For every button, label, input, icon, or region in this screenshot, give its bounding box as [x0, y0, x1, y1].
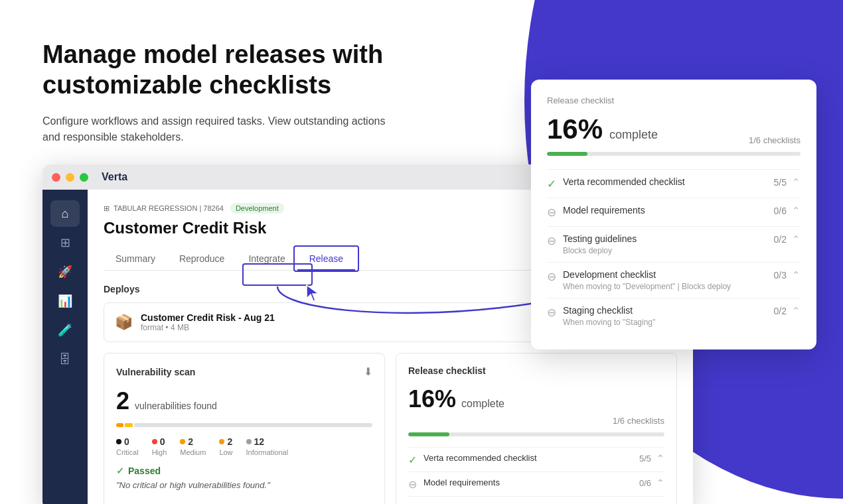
table-icon: ⊞ — [104, 204, 110, 213]
model-type-badge: ⊞ TABULAR REGRESSION | 78264 — [104, 204, 224, 213]
popup-item-testing[interactable]: ⊖ Testing guidelines Blocks deploy 0/2 ⌃ — [547, 226, 801, 262]
popup-item-score: 5/5 — [774, 177, 787, 188]
popup-expand-icon[interactable]: ⌃ — [792, 205, 801, 217]
check-incomplete-icon: ⊖ — [408, 478, 417, 491]
stat-critical: 0 Critical — [116, 436, 139, 456]
medium-dot — [180, 439, 185, 444]
popup-item-name: Development checklist — [563, 269, 731, 280]
checklist-score: 5/5 — [639, 454, 651, 464]
home-icon: ⌂ — [62, 207, 69, 221]
tab-reproduce[interactable]: Reproduce — [167, 248, 237, 271]
popup-percent: 16% complete — [547, 113, 658, 145]
popup-item-score: 0/2 — [774, 306, 787, 316]
tab-release[interactable]: Release — [297, 248, 355, 271]
critical-label: Critical — [116, 448, 139, 456]
maximize-button[interactable] — [80, 173, 88, 182]
popup-expand-icon[interactable]: ⌃ — [792, 269, 801, 281]
tab-summary[interactable]: Summary — [104, 248, 167, 271]
hero-title: Manage model releases with customizable … — [42, 40, 388, 100]
info-dot — [246, 439, 252, 444]
low-label: Low — [219, 448, 232, 456]
vuln-bar — [116, 423, 372, 427]
popup-item-requirements[interactable]: ⊖ Model requirements 0/6 ⌃ — [547, 198, 801, 226]
sidebar-item-deploy[interactable]: 🚀 — [50, 259, 80, 285]
popup-check-incomplete-icon: ⊖ — [547, 234, 556, 248]
popup-progress-bar — [547, 152, 801, 156]
popup-percent-value: 16% — [547, 113, 603, 145]
popup-check-complete-icon: ✓ — [547, 177, 556, 191]
popup-checklist-card: Release checklist 16% complete 1/6 check… — [531, 80, 816, 349]
checklist-complete-label: complete — [461, 398, 504, 410]
critical-value: 0 — [124, 436, 129, 447]
popup-title: Release checklist — [547, 95, 801, 105]
sidebar-item-experiments[interactable]: 🧪 — [50, 317, 80, 344]
sidebar-item-models[interactable]: ⊞ — [50, 229, 80, 256]
high-value: 0 — [160, 436, 165, 447]
popup-item-sub: When moving to "Development" | Blocks de… — [563, 282, 731, 291]
tab-integrate[interactable]: Integrate — [236, 248, 297, 271]
app-logo: Verta — [102, 171, 127, 183]
popup-progress-fill — [547, 152, 587, 156]
info-value: 12 — [254, 436, 265, 447]
vuln-title: Vulnerability scan — [116, 367, 195, 377]
vuln-download-icon[interactable]: ⬇ — [364, 365, 372, 378]
checklist-item-name: Verta recommended checklist — [423, 453, 537, 463]
checklist-percent-value: 16% — [408, 385, 456, 413]
vuln-stats: 0 Critical 0 High — [116, 436, 372, 456]
checklist-item-verta[interactable]: ✓ Verta recommended checklist 5/5 ⌃ — [408, 447, 664, 472]
checklist-title: Release checklist — [408, 365, 486, 376]
checklist-percent: 16% complete — [408, 385, 664, 413]
low-bar — [125, 423, 132, 427]
popup-item-name: Model requirements — [563, 205, 645, 216]
popup-item-score: 0/2 — [774, 234, 787, 245]
popup-expand-icon[interactable]: ⌃ — [792, 233, 801, 245]
passed-badge: ✓ Passed — [116, 466, 372, 476]
info-label: Informational — [246, 448, 289, 456]
medium-label: Medium — [180, 448, 206, 456]
checklist-card: Release checklist 16% complete 1/6 check… — [396, 353, 677, 504]
popup-complete-label: complete — [609, 128, 658, 142]
popup-item-verta[interactable]: ✓ Verta recommended checklist 5/5 ⌃ — [547, 169, 801, 198]
checklist-item-name: Model requirements — [423, 477, 500, 487]
deploy-info: 📦 Customer Credit Risk - Aug 21 format •… — [115, 312, 275, 332]
vuln-count: 2 vulnerabilities found — [116, 387, 372, 415]
checklist-item-requirements[interactable]: ⊖ Model requirements 0/6 ⌃ — [408, 472, 664, 496]
expand-icon[interactable]: ⌃ — [656, 477, 664, 488]
high-dot — [152, 439, 157, 444]
vuln-count-label: vulnerabilities found — [135, 401, 217, 411]
vuln-number: 2 — [116, 387, 129, 415]
expand-icon[interactable]: ⌃ — [656, 453, 664, 464]
popup-check-incomplete-icon: ⊖ — [547, 270, 556, 284]
popup-item-score: 0/3 — [774, 270, 787, 281]
popup-item-development[interactable]: ⊖ Development checklist When moving to "… — [547, 262, 801, 298]
popup-item-sub: Blocks deploy — [563, 246, 637, 255]
popup-item-staging[interactable]: ⊖ Staging checklist When moving to "Stag… — [547, 298, 801, 334]
checklist-sub: 1/6 checklists — [408, 416, 664, 426]
popup-item-sub: When moving to "Staging" — [563, 318, 655, 327]
deploy-name: Customer Credit Risk - Aug 21 — [141, 312, 275, 323]
two-col-section: Vulnerability scan ⬇ 2 vulnerabilities f… — [104, 353, 677, 504]
hero-section: Manage model releases with customizable … — [42, 40, 388, 145]
popup-count: 1/6 checklists — [749, 135, 801, 145]
low-value: 2 — [227, 436, 232, 447]
popup-item-score: 0/6 — [774, 206, 787, 216]
minimize-button[interactable] — [66, 173, 74, 182]
popup-item-name: Verta recommended checklist — [563, 176, 685, 187]
popup-check-incomplete-icon: ⊖ — [547, 206, 556, 220]
close-button[interactable] — [52, 173, 60, 182]
popup-expand-icon[interactable]: ⌃ — [792, 305, 801, 317]
sidebar-item-analytics[interactable]: 📊 — [50, 288, 80, 314]
stat-low: 2 Low — [219, 436, 232, 456]
checklist-item-testing[interactable]: ⊖ Testing guidelines Blocks deploy 0/2 ⌃ — [408, 496, 664, 504]
hero-description: Configure workflows and assign required … — [42, 113, 388, 145]
sidebar-item-data[interactable]: 🗄 — [50, 346, 80, 373]
models-icon: ⊞ — [60, 235, 70, 250]
medium-bar — [116, 423, 123, 427]
stat-informational: 12 Informational — [246, 436, 289, 456]
sidebar-item-home[interactable]: ⌂ — [50, 200, 80, 227]
low-dot — [219, 439, 224, 444]
checklist-count: 1/6 checklists — [613, 416, 664, 426]
passed-text: Passed — [128, 466, 161, 476]
popup-expand-icon[interactable]: ⌃ — [792, 176, 801, 188]
sidebar: ⌂ ⊞ 🚀 📊 🧪 🗄 — [42, 190, 88, 504]
